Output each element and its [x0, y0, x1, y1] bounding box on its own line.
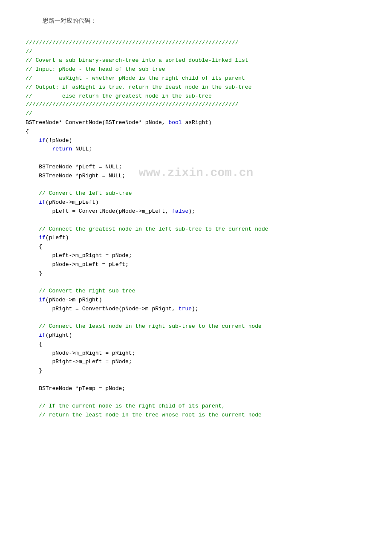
intro-text: 思路一对应的代码： [26, 17, 366, 25]
code-block: ////////////////////////////////////////… [26, 30, 366, 420]
